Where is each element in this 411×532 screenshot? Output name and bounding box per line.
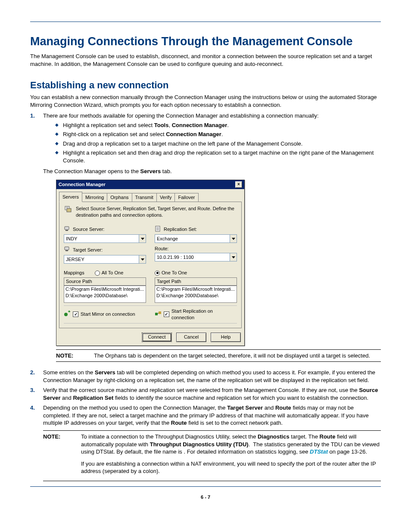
dialog-title-text: Connection Manager [59, 181, 106, 188]
source-path-list[interactable]: C:\Program Files\Microsoft Integrati... … [64, 286, 146, 303]
server-icon [64, 246, 71, 254]
target-server-combo[interactable] [64, 255, 146, 264]
step-number-2: 2. [30, 369, 43, 384]
note-1-text: The Orphans tab is dependent on the targ… [94, 352, 381, 360]
list-item[interactable]: D:\Exchange 2000\Database\ [64, 292, 146, 299]
mirror-icon [64, 310, 71, 319]
note-2: NOTE: To initiate a connection to the Th… [43, 430, 381, 481]
route-input[interactable] [155, 253, 230, 261]
bullet-1: Highlight a replication set and select T… [63, 121, 381, 129]
svg-rect-2 [65, 227, 69, 230]
radio-all-to-one[interactable] [95, 271, 100, 276]
replication-set-combo[interactable] [155, 234, 237, 243]
section-heading: Establishing a new connection [30, 80, 381, 91]
radio-one-to-one[interactable] [155, 271, 160, 276]
note-2-text: To initiate a connection to the Throughp… [81, 433, 381, 479]
connection-manager-dialog: Connection Manager × Servers Mirroring O… [56, 180, 245, 346]
chevron-down-icon[interactable] [230, 253, 237, 261]
tab-pane-servers: Select Source Server, Replication Set, T… [59, 202, 242, 328]
radio-one-to-one-label: One To One [162, 270, 187, 276]
dialog-titlebar[interactable]: Connection Manager × [56, 180, 244, 189]
cancel-button[interactable]: Cancel [176, 333, 206, 342]
note-label: NOTE: [56, 352, 94, 360]
svg-rect-4 [65, 247, 69, 250]
source-server-input[interactable] [64, 235, 139, 243]
step-4-text: Depending on the method you used to open… [43, 404, 381, 427]
note-label: NOTE: [43, 433, 81, 479]
tab-failover[interactable]: Failover [174, 193, 198, 202]
close-icon[interactable]: × [235, 181, 242, 188]
chevron-down-icon[interactable] [139, 255, 146, 263]
bullet-2: Right-click on a replication set and sel… [63, 131, 381, 138]
bullet-3: Drag and drop a replication set to a tar… [63, 140, 381, 148]
diamond-bullet-icon: ◆ [55, 131, 63, 138]
page-title: Managing Connections Through the Managem… [30, 35, 381, 48]
start-mirror-label: Start Mirror on connection [81, 311, 135, 317]
servers-hint-icon [64, 205, 72, 213]
replication-set-label: Replication Set: [164, 226, 197, 233]
list-item[interactable]: D:\Exchange 2000\Database\ [155, 292, 237, 299]
replication-set-input[interactable] [155, 235, 230, 243]
dialog-buttons: Connect Cancel Help [56, 331, 244, 345]
route-label: Route: [155, 246, 168, 252]
tab-transmit[interactable]: Transmit [132, 193, 157, 202]
section-para: You can establish a new connection manua… [30, 93, 381, 109]
page-number: 6 - 7 [30, 495, 381, 500]
help-button[interactable]: Help [211, 333, 241, 342]
tab-servers[interactable]: Servers [59, 192, 82, 202]
source-server-label: Source Server: [73, 226, 104, 233]
note-1: NOTE: The Orphans tab is dependent on th… [56, 349, 381, 362]
note-2-para2: If you are establishing a connection wit… [81, 460, 381, 475]
servers-hint-text: Select Source Server, Replication Set, T… [76, 205, 237, 218]
top-rule [30, 22, 381, 22]
bullet-4: Highlight a replication set and then dra… [63, 149, 381, 164]
step-1-trailer: The Connection Manager opens to the Serv… [43, 168, 381, 175]
target-path-list[interactable]: C:\Program Files\Microsoft Integrati... … [155, 286, 237, 303]
diamond-bullet-icon: ◆ [55, 140, 63, 148]
step-number-3: 3. [30, 386, 43, 401]
replication-icon [155, 310, 162, 319]
svg-rect-1 [67, 208, 71, 212]
svg-rect-9 [159, 311, 161, 314]
svg-rect-8 [155, 313, 158, 315]
target-path-header[interactable]: Target Path [155, 277, 237, 286]
tab-mirroring[interactable]: Mirroring [82, 193, 107, 202]
connect-button[interactable]: Connect [142, 333, 172, 342]
radio-all-to-one-label: All To One [102, 270, 124, 276]
dialog-tabs: Servers Mirroring Orphans Transmit Verif… [56, 189, 244, 202]
chevron-down-icon[interactable] [230, 235, 237, 243]
target-server-input[interactable] [64, 255, 139, 263]
source-path-header[interactable]: Source Path [64, 277, 146, 286]
diamond-bullet-icon: ◆ [55, 149, 63, 164]
target-server-label: Target Server: [73, 247, 103, 253]
svg-rect-6 [156, 226, 160, 231]
server-icon [64, 225, 71, 234]
chevron-down-icon[interactable] [139, 235, 146, 243]
svg-rect-5 [65, 250, 68, 251]
source-server-combo[interactable] [64, 234, 146, 243]
link-dtstat[interactable]: DTStat [310, 448, 328, 455]
mappings-label: Mappings [64, 270, 84, 276]
step-number-1: 1. [30, 112, 43, 366]
diamond-bullet-icon: ◆ [55, 121, 63, 129]
checkbox-start-replication[interactable] [164, 311, 169, 317]
checkbox-start-mirror[interactable] [73, 311, 78, 317]
svg-rect-3 [65, 230, 68, 231]
tab-orphans[interactable]: Orphans [107, 193, 132, 202]
svg-point-7 [64, 313, 68, 316]
tab-verify[interactable]: Verify [156, 193, 175, 202]
replication-set-icon [155, 225, 162, 234]
intro-para: The Management Console can be used to es… [30, 53, 381, 68]
bottom-rule [30, 486, 381, 487]
list-item[interactable]: C:\Program Files\Microsoft Integrati... [64, 286, 146, 292]
step-2-text: Some entries on the Servers tab will be … [43, 369, 381, 384]
step-number-4: 4. [30, 404, 43, 427]
list-item[interactable]: C:\Program Files\Microsoft Integrati... [155, 286, 237, 292]
route-combo[interactable] [155, 253, 237, 261]
step-3-text: Verify that the correct source machine a… [43, 386, 381, 401]
step-1-text: There are four methods available for ope… [43, 112, 319, 119]
start-replication-label: Start Replication on connection [171, 308, 237, 321]
